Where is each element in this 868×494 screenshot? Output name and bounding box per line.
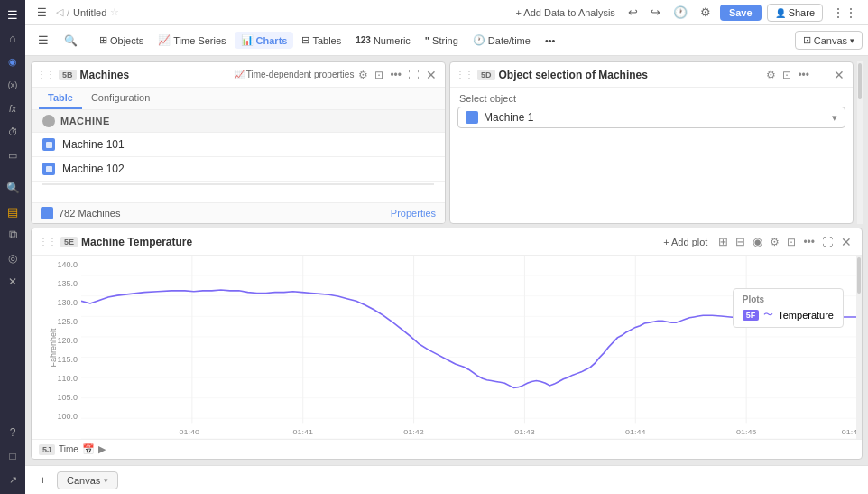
toolbar-objects[interactable]: ⊞ Objects [93, 32, 150, 49]
title-bar: ☰ ◁ / Untitled ☆ + Add Data to Analysis … [25, 0, 868, 25]
y-tick: 130.0 [57, 299, 78, 307]
list-item[interactable]: Machine 102 [32, 157, 445, 182]
y-axis-label: Fahrenheit [49, 328, 58, 367]
chart-plot-icon[interactable]: ⊞ [716, 233, 730, 250]
tab-table[interactable]: Table [39, 88, 82, 109]
machine-item-label: Machine 102 [62, 163, 125, 175]
variable-icon[interactable]: (x) [2, 74, 23, 96]
question-icon[interactable]: ? [2, 422, 23, 443]
globe-icon[interactable]: ◎ [2, 247, 23, 269]
select-object-label: Select object [450, 88, 853, 107]
object-panel-id: 5D [477, 70, 495, 80]
y-tick: 115.0 [57, 356, 78, 364]
breadcrumb-star[interactable]: ☆ [110, 6, 119, 18]
menu-icon[interactable]: ☰ [2, 4, 23, 25]
chart-fullscreen-icon[interactable]: ⛶ [820, 234, 835, 250]
monitor-icon[interactable]: ▭ [2, 144, 23, 166]
object-drag-handle[interactable]: ⋮⋮ [456, 70, 474, 79]
canvas-tab[interactable]: Canvas ▾ [57, 471, 118, 489]
canvas-tab-label: Canvas [67, 475, 100, 486]
chart-bar-icon[interactable]: ▤ [2, 200, 23, 222]
toolbar-charts[interactable]: 📊 Charts [235, 32, 294, 49]
object-fullscreen-icon[interactable]: ⛶ [814, 67, 828, 83]
toolbar: ☰ 🔍 ⊞ Objects 📈 Time Series 📊 Charts ⊟ T… [25, 25, 868, 56]
chart-footer-more-icon[interactable]: ▶ [98, 443, 106, 455]
panels-scrollbar[interactable] [857, 61, 863, 224]
footer-left: 782 Machines [41, 207, 121, 219]
toolbar-search-icon[interactable]: 🔍 [58, 28, 83, 53]
chart-table-icon[interactable]: ⊟ [734, 233, 747, 250]
machines-panel-title: Machines [80, 69, 230, 81]
object-settings-icon[interactable]: ⚙ [764, 67, 778, 83]
objects-icon: ⊞ [99, 34, 107, 46]
add-canvas-button[interactable]: + [34, 471, 51, 489]
tab-configuration[interactable]: Configuration [82, 88, 159, 109]
machines-more-icon[interactable]: ••• [388, 67, 403, 83]
add-data-button[interactable]: + Add Data to Analysis [512, 5, 618, 20]
dropdown-icon [466, 111, 478, 124]
transform-icon[interactable]: ✕ [2, 271, 23, 293]
dropdown-arrow-icon: ▾ [832, 112, 837, 124]
y-tick: 105.0 [57, 394, 78, 402]
grid-icon[interactable]: ⋮⋮ [828, 4, 861, 22]
formula-icon[interactable]: fx [2, 98, 23, 119]
add-icon: + [40, 474, 46, 487]
machines-close-icon[interactable]: ✕ [423, 67, 439, 83]
settings-button[interactable]: ⚙ [697, 4, 715, 21]
toolbar-more[interactable]: ••• [539, 33, 562, 49]
breadcrumb-title[interactable]: Untitled [73, 7, 106, 18]
main-content: ☰ ◁ / Untitled ☆ + Add Data to Analysis … [25, 0, 868, 494]
machines-drag-handle[interactable]: ⋮⋮ [37, 70, 55, 79]
breadcrumb-home[interactable]: ◁ [56, 6, 63, 18]
machines-panel-header: ⋮⋮ 5B Machines 📈 Time-dependent properti… [32, 62, 445, 88]
chart-expand-icon[interactable]: ⊡ [785, 234, 798, 250]
toolbar-tables[interactable]: ⊟ Tables [295, 32, 347, 49]
toolbar-time-series[interactable]: 📈 Time Series [152, 32, 232, 49]
search-icon[interactable]: ◉ [2, 51, 23, 72]
home-icon[interactable]: ⌂ [2, 27, 23, 49]
chart-scrollbar[interactable] [856, 256, 862, 439]
chart-drag-handle[interactable]: ⋮⋮ [39, 237, 57, 247]
footer-properties-link[interactable]: Properties [391, 208, 436, 219]
toolbar-string[interactable]: " String [419, 33, 465, 49]
chart-close-icon[interactable]: ✕ [838, 234, 854, 250]
chart-more-icon[interactable]: ••• [801, 234, 817, 250]
canvas-button[interactable]: ⊡ Canvas ▾ [795, 31, 863, 50]
share-button[interactable]: 👤 Share [767, 4, 823, 22]
tables-icon: ⊟ [301, 34, 309, 46]
chart-header-actions: + Add plot ⊞ ⊟ ◉ ⚙ ⊡ ••• ⛶ ✕ [658, 233, 854, 250]
save-button[interactable]: Save [720, 5, 762, 21]
chart-scrollbar-thumb[interactable] [857, 257, 861, 294]
y-tick: 100.0 [57, 413, 78, 421]
object-more-icon[interactable]: ••• [796, 67, 811, 83]
object-close-icon[interactable]: ✕ [831, 67, 847, 83]
y-tick: 125.0 [57, 318, 78, 326]
chart-settings-icon[interactable]: ⚙ [768, 234, 781, 250]
list-item[interactable]: Machine 101 [32, 133, 445, 157]
object-expand-icon[interactable]: ⊡ [780, 67, 793, 83]
chart-svg: 01:40 01:41 01:42 01:43 01:44 01:45 01:4… [81, 256, 856, 439]
machines-settings-icon[interactable]: ⚙ [356, 67, 370, 83]
toolbar-datetime[interactable]: 🕐 Date/time [466, 32, 537, 49]
sidebar-toggle-icon[interactable]: ☰ [32, 4, 51, 22]
chart-footer-calendar-icon[interactable]: 📅 [82, 443, 95, 455]
chart-circle-icon[interactable]: ◉ [751, 233, 764, 250]
toolbar-numeric[interactable]: 123 Numeric [349, 33, 417, 49]
toolbar-menu-icon[interactable]: ☰ [31, 28, 56, 53]
expand-icon[interactable]: ↗ [2, 469, 23, 490]
history-icon[interactable]: ⏱ [2, 121, 23, 143]
redo-button[interactable]: ↪ [647, 4, 664, 21]
history-button[interactable]: 🕐 [669, 4, 691, 21]
undo-button[interactable]: ↩ [624, 4, 642, 21]
search2-icon[interactable]: 🔍 [2, 177, 23, 199]
machines-fullscreen-icon[interactable]: ⛶ [406, 67, 420, 83]
legend-line-icon: 〜 [763, 308, 773, 322]
chart-panel: ⋮⋮ 5E Machine Temperature + Add plot ⊞ ⊟… [31, 228, 863, 460]
svg-text:01:41: 01:41 [292, 427, 313, 435]
add-plot-button[interactable]: + Add plot [658, 235, 713, 249]
layers-icon[interactable]: ⧉ [2, 224, 23, 246]
machines-expand-icon[interactable]: ⊡ [373, 67, 385, 83]
square-icon[interactable]: □ [2, 445, 23, 467]
machine-select-dropdown[interactable]: Machine 1 ▾ [457, 107, 845, 128]
scrollbar-thumb[interactable] [858, 63, 862, 99]
